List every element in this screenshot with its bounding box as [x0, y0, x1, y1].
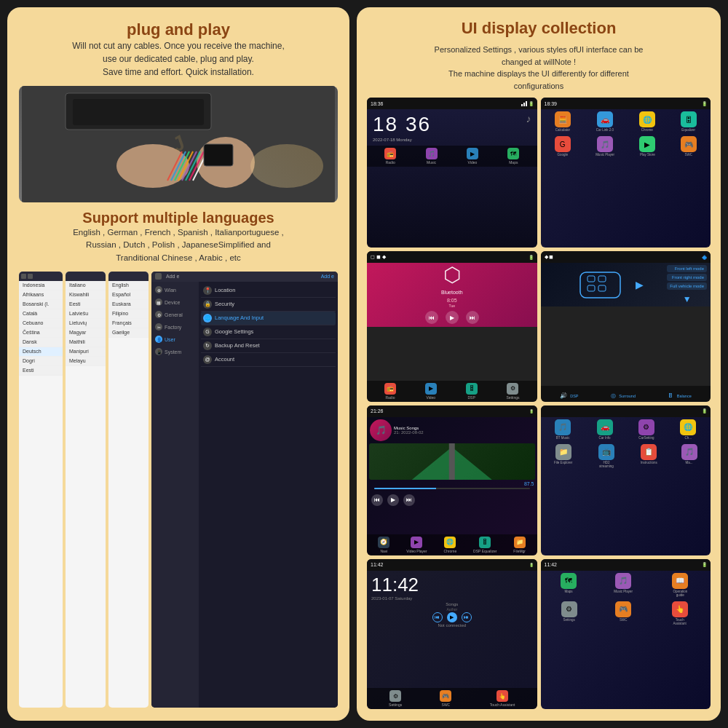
lang-col-3: English Español Euskara Filipino Françai… [108, 272, 149, 708]
settings-item-security[interactable]: 🔒 Security [201, 298, 336, 312]
right-title: UI display collection [367, 19, 711, 38]
carsetting-icon: ⚙ [638, 419, 654, 435]
lang-header-icon [21, 274, 26, 279]
car-body-container: ▶ [577, 265, 628, 304]
clock-date: 2022-07-18 Monday [373, 138, 531, 142]
front-left-btn[interactable]: Front left mode [667, 265, 707, 272]
front-right-btn[interactable]: Front right mode [667, 274, 707, 281]
bottom-touch-7: 👆 Touch Assistant [490, 690, 515, 707]
bottom-video: ▶ Video [467, 148, 478, 165]
status-bar-3: 🔋 [529, 255, 534, 260]
next-btn[interactable]: ⏭ [403, 494, 415, 506]
home-1142-clock-display: 11:42 [367, 571, 537, 596]
bottom-maps: 🗺 Maps [507, 148, 519, 165]
settings-item-google[interactable]: G Google Settings [201, 325, 336, 339]
bt-next-btn[interactable]: ⏭ [466, 311, 479, 324]
screen-header-3: ◻ ◼ ◆ 🔋 [367, 251, 537, 263]
musicplayer-label: Music Player [596, 153, 614, 157]
sidebar-item-wlan[interactable]: ⊕ Wlan [151, 284, 199, 296]
vplayer-label: Video Player [406, 549, 427, 553]
app-inst: 📋 Instructions [641, 444, 657, 468]
swc-icon-8: 🎮 [615, 601, 631, 617]
screen-time-3: ◻ ◼ ◆ [371, 254, 386, 260]
wide-settings-panel: Add e Add e ⊕ Wlan ▦ Device [151, 272, 338, 708]
sidebar-item-factory[interactable]: ✂ Factory [151, 321, 199, 333]
chrome-icon: 🌐 [639, 111, 655, 127]
lang-list-body: Indonesia Afrikaans Bosanski (l. Català … [19, 281, 63, 376]
sidebar-item-general[interactable]: ⚙ General [151, 309, 199, 321]
app-maps-8: 🗺 Maps [561, 573, 577, 597]
settings-item-language[interactable]: 🌐 Lanquage And Input [201, 312, 336, 325]
car-svg [577, 265, 628, 301]
lang-list-2: Italiano Kiswahili Eesti Latviešu Lietuv… [66, 272, 106, 708]
screen-clock-home: 18:36 🔋 18 36 ♪ [367, 98, 537, 248]
bt-play-btn[interactable]: ▶ [446, 311, 459, 324]
carinfo-icon: 🚗 [597, 419, 613, 435]
chrome-label: Chrome [641, 128, 653, 132]
screen-music-player: 21:26 🔋 🎵 Music Songs 21: 2022-08-02 [367, 405, 537, 555]
bottom-fmgr: 📁 FileMgr [513, 537, 526, 553]
plug-section: plug and play Will not cut any cables. O… [19, 20, 338, 79]
app-musicplayer-8: 🎵 Music Player [614, 573, 633, 597]
settings-item-location[interactable]: 📍 Location [201, 284, 336, 298]
balance-icon-bar: 🎚 [668, 392, 673, 399]
plug-title: plug and play [19, 20, 338, 39]
device-icon: ▦ [155, 298, 162, 306]
account-label: Account [215, 356, 234, 363]
music-time: 21: 2022-08-02 [394, 430, 424, 435]
vplayer-icon: ▶ [411, 537, 422, 548]
screen-inner-7: 11:42 2023-01-07 Saturday Songs Author ⏮… [367, 571, 537, 688]
equalizer-label: Equalizer [681, 128, 695, 132]
musicplayer-icon-8: 🎵 [615, 573, 631, 589]
video-label-3: Video [426, 395, 435, 400]
language-label: Lanquage And Input [215, 314, 264, 321]
settings-item-account[interactable]: @ Account [201, 353, 336, 367]
lang-item: Filipino [108, 309, 149, 319]
signal-bar-2 [523, 103, 525, 106]
google-icon-2: G [555, 136, 571, 152]
files-label: File Explorer [554, 461, 572, 464]
app-files: 📁 File Explorer [554, 444, 572, 468]
video-icon: ▶ [467, 148, 478, 159]
dsp-surround-bar: 🔊 DSP ◎ Surround 🎚 Balance [541, 386, 711, 402]
next-btn-7[interactable]: ⏭ [462, 612, 472, 622]
play-btn[interactable]: ▶ [387, 494, 399, 506]
bt-content: ⬡ Bluetooth 8:05Tue [441, 263, 463, 308]
app-playstore: ▶ Play Store [639, 136, 655, 157]
wide-settings-sidebar: ⊕ Wlan ▦ Device ⚙ General [151, 282, 199, 708]
sidebar-item-device[interactable]: ▦ Device [151, 296, 199, 309]
svg-rect-16 [598, 276, 606, 282]
car-screen: ▶ Front left mode Front right mode Full … [541, 263, 711, 306]
music-label: Music [427, 160, 436, 165]
sidebar-item-system[interactable]: 📱 System [151, 346, 199, 358]
bt-prev-btn[interactable]: ⏮ [425, 311, 438, 324]
lang-header-icon2 [28, 274, 33, 279]
screen-header-1: 18:36 🔋 [367, 98, 537, 109]
files-icon: 📁 [555, 444, 571, 460]
bt-controls: ⏮ ▶ ⏭ [367, 308, 537, 327]
play-btn-7[interactable]: ▶ [447, 612, 457, 622]
wide-settings-content: ⊕ Wlan ▦ Device ⚙ General [151, 282, 338, 708]
full-vehicle-btn[interactable]: Full vehicle mode [667, 282, 707, 290]
prev-btn[interactable]: ⏮ [371, 494, 383, 506]
battery-5: 🔋 [529, 409, 534, 414]
lang-item: Čeština [19, 328, 63, 338]
touch-label-7: Touch Assistant [490, 703, 515, 707]
video-label: Video [468, 160, 478, 165]
battery-icon-2: 🔋 [702, 101, 707, 106]
lang-item-deutsch[interactable]: Deutsch [19, 347, 63, 357]
battery-pct: 🔋 [529, 101, 534, 106]
screen-header-5: 21:26 🔋 [367, 405, 537, 417]
prev-btn-7[interactable]: ⏮ [432, 612, 443, 622]
settings-item-backup[interactable]: ↻ Backup And Reset [201, 339, 336, 353]
sidebar-item-user[interactable]: 👤 User [151, 333, 199, 346]
status-bar-7: 🔋 [529, 563, 534, 567]
not-connected-7: Not connected [438, 623, 466, 628]
wide-settings-col: Add e Add e ⊕ Wlan ▦ Device [151, 272, 338, 708]
lang-header-3 [108, 272, 149, 281]
bottom-bar-5: 🧭 Navi ▶ Video Player 🌐 Chrome 🎛 DSP Equ… [367, 534, 537, 555]
bottom-swc-7: 🎮 SWC [440, 690, 451, 707]
dsp-icon-3: 🎛 [466, 383, 478, 395]
screen-home-1142: 11:42 🔋 11:42 2023-01-07 Saturday Songs … [367, 559, 537, 709]
lang-item: English [108, 281, 149, 290]
